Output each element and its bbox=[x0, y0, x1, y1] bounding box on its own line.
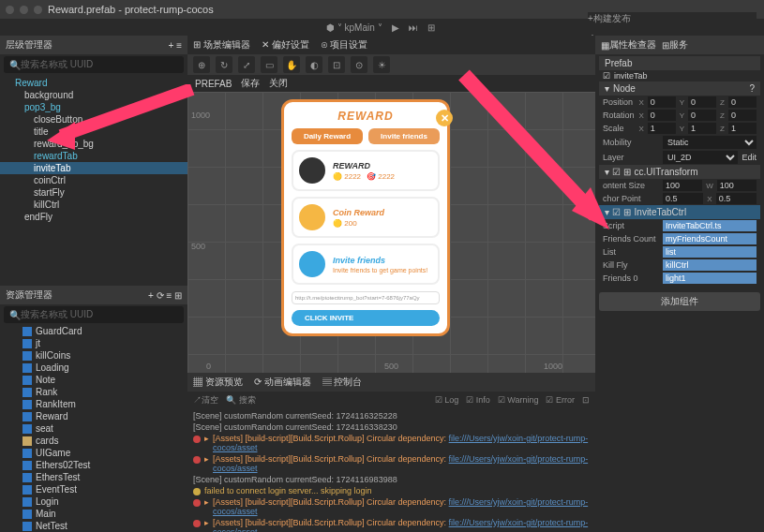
move-tool[interactable]: ⊕ bbox=[193, 56, 210, 73]
hierarchy-item[interactable]: background bbox=[0, 89, 187, 101]
mobility-select[interactable]: Static bbox=[663, 136, 757, 149]
component-section[interactable]: ▾ ☑ ⊞ InviteTabCtrl bbox=[599, 205, 760, 219]
close-button[interactable]: 关闭 bbox=[269, 77, 288, 90]
asset-item[interactable]: RankItem bbox=[0, 398, 187, 410]
min-dot[interactable] bbox=[20, 6, 28, 14]
console-panel: ▦ 资源预览 ⟳ 动画编辑器 ▤ 控制台 ↗清空 🔍 搜索 ☑ Log ☑ In… bbox=[187, 373, 595, 532]
pos-z[interactable] bbox=[728, 96, 757, 108]
hierarchy-item[interactable]: coinCtrl bbox=[0, 174, 187, 186]
hierarchy-item[interactable]: Reward bbox=[0, 77, 187, 89]
assets-tree: GuardCardjtkillCoinsLoadingNoteRankRankI… bbox=[0, 325, 187, 532]
asset-item[interactable]: Login bbox=[0, 495, 187, 508]
asset-item[interactable]: EventTest bbox=[0, 483, 187, 495]
prefab-label: PREFAB bbox=[195, 79, 232, 89]
hierarchy-item[interactable]: killCtrl bbox=[0, 199, 187, 211]
tab-invite-friends[interactable]: Invite friends bbox=[368, 128, 440, 144]
killfly-field[interactable] bbox=[663, 259, 757, 271]
assets-search[interactable]: 🔍 搜索名称或 UUID bbox=[4, 306, 184, 323]
inspector-header: ▦ 属性检查器 ⊞ 服务 bbox=[595, 36, 764, 54]
play-button[interactable]: ▶ bbox=[392, 22, 399, 33]
tab-preferences[interactable]: ✕ 偏好设置 bbox=[262, 38, 309, 52]
node-section[interactable]: ▾ Node? bbox=[599, 81, 760, 96]
hierarchy-item[interactable]: pop3_bg bbox=[0, 101, 187, 113]
asset-item[interactable]: Main bbox=[0, 508, 187, 520]
log-line: failed to connect login server... skippi… bbox=[193, 485, 590, 496]
asset-item[interactable]: jt bbox=[0, 337, 187, 349]
tab-project-settings[interactable]: ⊙ 项目设置 bbox=[321, 38, 368, 52]
reward-title: REWARD bbox=[292, 110, 440, 123]
reward-card: REWARD🟡 2222🎯 2222 bbox=[292, 150, 440, 191]
asset-item[interactable]: NetTest bbox=[0, 520, 187, 532]
asset-item[interactable]: cards bbox=[0, 435, 187, 447]
hierarchy-item[interactable]: title bbox=[0, 126, 187, 138]
invite-card: Invite friendsInvite friends to get game… bbox=[292, 244, 440, 285]
script-field[interactable] bbox=[663, 220, 757, 231]
asset-item[interactable]: seat bbox=[0, 422, 187, 435]
pan-tool[interactable]: ✋ bbox=[283, 56, 300, 73]
hierarchy-tree: Rewardbackgroundpop3_bgcloseButtontitler… bbox=[0, 75, 187, 286]
window-title: Reward.prefab - protect-rump-cocos bbox=[48, 4, 214, 15]
scale-tool[interactable]: ⤢ bbox=[238, 56, 255, 73]
asset-item[interactable]: Reward bbox=[0, 410, 187, 422]
invite-link-input[interactable] bbox=[292, 291, 440, 304]
topbar: ⬢ ˅ kpMain ˅ ▶ ⏭⊞ +构建发布 ⋮ bbox=[0, 19, 764, 36]
hierarchy-header: 层级管理器+ ≡ bbox=[0, 36, 187, 54]
asset-item[interactable]: GuardCard bbox=[0, 325, 187, 337]
reward-popup: REWARD ✕ Daily Reward Invite friends REW… bbox=[281, 99, 450, 336]
friends0-field[interactable] bbox=[663, 273, 757, 284]
hierarchy-item[interactable]: endFly bbox=[0, 211, 187, 223]
hierarchy-search[interactable]: 🔍 搜索名称或 UUID bbox=[4, 56, 184, 73]
hierarchy-item[interactable]: reward_up_bg bbox=[0, 138, 187, 150]
assets-header: 资源管理器+ ⟳ ≡ ⊞ bbox=[0, 286, 187, 304]
hierarchy-item[interactable]: startFly bbox=[0, 186, 187, 199]
scene-canvas[interactable]: 0 500 1000 0 500 1000 REWARD ✕ Daily Rew… bbox=[187, 92, 595, 373]
friends-count-field[interactable] bbox=[663, 233, 757, 244]
scene-tabs: ⊞ 场景编辑器 ✕ 偏好设置 ⊙ 项目设置 bbox=[187, 36, 595, 54]
asset-item[interactable]: Ethers02Test bbox=[0, 459, 187, 471]
uitransform-section[interactable]: ▾ ☑ ⊞ cc.UITransform bbox=[599, 165, 760, 179]
prefab-section[interactable]: Prefab bbox=[599, 56, 760, 70]
asset-item[interactable]: UIGame bbox=[0, 447, 187, 459]
tab-anim-editor[interactable]: ⟳ 动画编辑器 bbox=[254, 376, 311, 389]
pos-y[interactable] bbox=[688, 96, 716, 108]
edit-button[interactable]: Edit bbox=[742, 153, 757, 162]
log-line: [Scene] customRandom currentSeed: 172411… bbox=[193, 421, 590, 433]
clear-button[interactable]: ↗清空 bbox=[193, 394, 218, 406]
list-field[interactable] bbox=[663, 246, 757, 258]
asset-item[interactable]: Rank bbox=[0, 386, 187, 398]
log-line: ▸ [Assets] [build-script][Build.Script.R… bbox=[193, 453, 590, 474]
tab-daily-reward[interactable]: Daily Reward bbox=[292, 128, 363, 144]
layer-select[interactable]: UI_2D bbox=[663, 151, 738, 164]
log-line: [Scene] customRandom currentSeed: 172411… bbox=[193, 410, 590, 421]
close-icon[interactable]: ✕ bbox=[436, 110, 453, 126]
tab-asset-preview[interactable]: ▦ 资源预览 bbox=[193, 376, 243, 389]
asset-item[interactable]: killCoins bbox=[0, 349, 187, 362]
scene-dropdown[interactable]: ⬢ ˅ kpMain ˅ bbox=[326, 22, 382, 33]
pos-x[interactable] bbox=[648, 96, 676, 108]
coin-reward-card: Coin Reward🟡 200 bbox=[292, 197, 440, 238]
hierarchy-item[interactable]: closeButton bbox=[0, 113, 187, 126]
build-button[interactable]: +构建发布 bbox=[588, 12, 757, 25]
tab-console[interactable]: ▤ 控制台 bbox=[322, 376, 363, 389]
rect-tool[interactable]: ▭ bbox=[261, 56, 277, 73]
add-component-button[interactable]: 添加组件 bbox=[599, 292, 760, 311]
avatar-icon bbox=[299, 157, 325, 184]
asset-item[interactable]: Loading bbox=[0, 362, 187, 374]
log-line: ▸ [Assets] [build-script][Build.Script.R… bbox=[193, 433, 590, 453]
log-line: ▸ [Assets] [build-script][Build.Script.R… bbox=[193, 517, 590, 532]
rotate-tool[interactable]: ↻ bbox=[216, 56, 232, 73]
save-button[interactable]: 保存 bbox=[241, 77, 260, 90]
log-line: ▸ [Assets] [build-script][Build.Script.R… bbox=[193, 496, 590, 517]
close-dot[interactable] bbox=[6, 6, 14, 14]
hierarchy-item[interactable]: inviteTab bbox=[0, 162, 187, 174]
click-invite-button[interactable]: CLICK INVITE bbox=[292, 310, 440, 326]
log-line: [Scene] customRandom currentSeed: 172411… bbox=[193, 474, 590, 485]
node-name: inviteTab bbox=[614, 71, 648, 81]
asset-item[interactable]: Note bbox=[0, 374, 187, 386]
hierarchy-item[interactable]: rewardTab bbox=[0, 150, 187, 162]
scene-toolbar: ⊕ ↻ ⤢ ▭ ✋ ◐ ⊡ ⊙ ☀ bbox=[187, 54, 595, 75]
search-console[interactable]: 🔍 搜索 bbox=[226, 394, 256, 406]
max-dot[interactable] bbox=[34, 6, 42, 14]
tab-scene-editor[interactable]: ⊞ 场景编辑器 bbox=[193, 38, 250, 52]
asset-item[interactable]: EthersTest bbox=[0, 471, 187, 483]
